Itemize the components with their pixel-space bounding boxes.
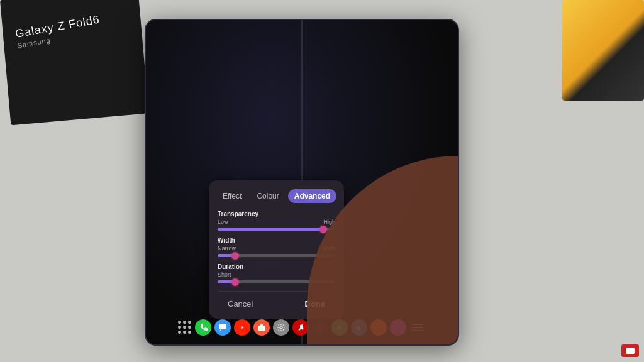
tab-colour[interactable]: Colour — [250, 189, 285, 203]
svg-rect-0 — [219, 324, 226, 329]
transparency-low-label: Low — [218, 219, 228, 225]
svg-point-6 — [299, 329, 301, 331]
dot — [178, 321, 181, 324]
messages-icon[interactable] — [214, 319, 231, 336]
transparency-sublabels: Low High — [218, 219, 335, 225]
width-label: Width — [218, 237, 335, 244]
watermark-badge — [621, 344, 639, 357]
watermark-icon — [626, 348, 635, 354]
cancel-button[interactable]: Cancel — [218, 297, 263, 311]
dot — [183, 331, 186, 334]
phone-icon[interactable] — [195, 319, 211, 336]
dot — [188, 331, 191, 334]
transparency-track[interactable] — [218, 228, 335, 231]
camera-icon[interactable] — [253, 319, 270, 336]
dot — [188, 326, 191, 329]
dot — [183, 326, 186, 329]
dot — [178, 326, 181, 329]
settings-icon[interactable] — [273, 319, 289, 336]
apps-grid-icon[interactable] — [178, 321, 192, 334]
box-sub-text: Samsung — [17, 27, 103, 49]
music-icon[interactable] — [292, 319, 309, 336]
width-narrow-label: Narrow — [218, 245, 236, 251]
phone-screen: Effect Colour Advanced Transparency Low … — [146, 20, 458, 344]
width-thumb[interactable] — [231, 252, 239, 260]
dialog-tabs: Effect Colour Advanced — [218, 189, 335, 203]
dot — [178, 331, 181, 334]
transparency-label: Transparency — [218, 211, 335, 217]
tab-effect[interactable]: Effect — [216, 189, 248, 203]
svg-point-7 — [302, 328, 304, 330]
dot — [188, 321, 191, 324]
duration-thumb[interactable] — [231, 278, 239, 286]
duration-short-label: Short — [218, 272, 231, 278]
transparency-fill — [218, 228, 323, 231]
youtube-icon[interactable] — [234, 319, 250, 336]
svg-point-5 — [280, 326, 282, 329]
svg-rect-4 — [260, 324, 263, 326]
box-brand-text: Galaxy Z Fold6 Samsung — [14, 13, 103, 50]
phone-device: Effect Colour Advanced Transparency Low … — [145, 19, 459, 346]
galaxy-box: Galaxy Z Fold6 Samsung — [0, 0, 149, 125]
tab-advanced[interactable]: Advanced — [288, 189, 336, 203]
transparency-section: Transparency Low High — [218, 211, 335, 231]
toy-object — [562, 0, 644, 101]
dot — [183, 321, 186, 324]
